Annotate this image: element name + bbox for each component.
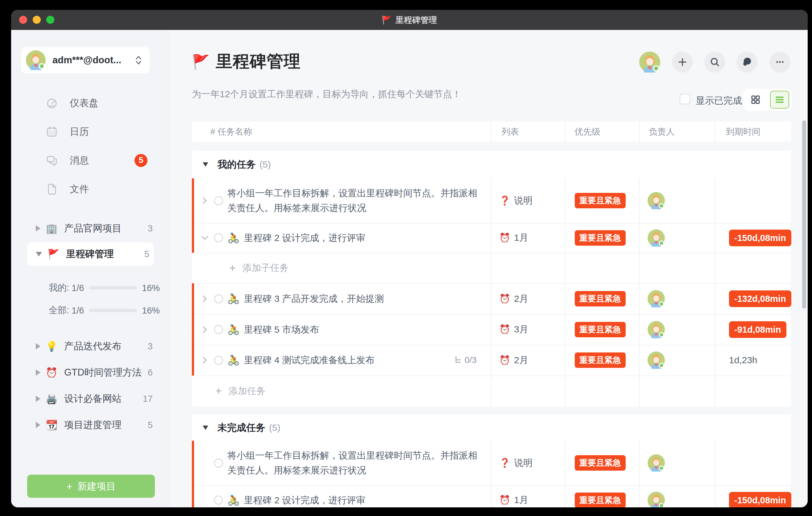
task-checkbox[interactable] bbox=[214, 233, 223, 242]
owner-avatar bbox=[647, 351, 665, 369]
add-subtask-row[interactable]: + 添加子任务 bbox=[192, 253, 791, 283]
task-row[interactable]: 🚴 里程碑 2 设计完成，进行评审 ⏰ 1月 重要且紧急 -150d,08min bbox=[192, 485, 791, 507]
task-row[interactable]: 🚴 里程碑 2 设计完成，进行评审 ⏰ 1月 重要且紧急 -150d,08min bbox=[192, 223, 791, 253]
sidebar-item-dashboard[interactable]: 仪表盘 bbox=[11, 89, 171, 117]
task-name: 里程碑 3 产品开发完成，开始提测 bbox=[244, 291, 384, 306]
task-checkbox[interactable] bbox=[214, 496, 223, 505]
list-name: 2月 bbox=[514, 292, 528, 305]
collapse-icon bbox=[203, 426, 208, 430]
calendar-icon bbox=[46, 125, 58, 138]
progress-bar bbox=[89, 309, 137, 312]
project-emoji-icon: 🏢 bbox=[46, 224, 58, 233]
task-row[interactable]: 🚴 里程碑 4 测试完成准备线上发布 0/3 bbox=[192, 345, 791, 376]
more-button[interactable] bbox=[770, 52, 790, 73]
project-label: 产品官网项目 bbox=[64, 222, 121, 235]
add-button[interactable] bbox=[672, 52, 693, 73]
new-project-label: 新建项目 bbox=[78, 480, 116, 493]
list-name: 1月 bbox=[514, 231, 528, 244]
group-name: 未完成任务 bbox=[218, 421, 265, 434]
task-checkbox[interactable] bbox=[214, 325, 223, 334]
task-checkbox[interactable] bbox=[214, 356, 223, 365]
collapse-icon bbox=[36, 252, 42, 256]
group-header[interactable]: 我的任务 (5) bbox=[192, 151, 791, 178]
task-name: 将小组一年工作目标拆解，设置出里程碑时间节点。并指派相关责任人。用标签来展示进行… bbox=[227, 448, 480, 478]
sidebar-project-milestone-selected[interactable]: 🚩 里程碑管理 5 bbox=[27, 242, 154, 266]
list-name: 3月 bbox=[514, 323, 528, 336]
search-button[interactable] bbox=[704, 52, 725, 73]
expand-icon bbox=[36, 396, 40, 402]
sidebar-project-iteration[interactable]: 💡 产品迭代发布 3 bbox=[11, 333, 171, 359]
sidebar-project-gtd[interactable]: ⏰ GTD时间管理方法 6 bbox=[11, 360, 171, 385]
list-name: 说明 bbox=[514, 194, 532, 207]
sidebar-item-files[interactable]: 文件 bbox=[11, 175, 171, 203]
collapse-icon bbox=[203, 162, 208, 167]
project-count: 5 bbox=[148, 420, 153, 430]
task-row[interactable]: 将小组一年工作目标拆解，设置出里程碑时间节点。并指派相关责任人。用标签来展示进行… bbox=[192, 178, 791, 223]
grid-view-button[interactable] bbox=[746, 91, 765, 109]
task-row[interactable]: 🚴 里程碑 3 产品开发完成，开始提测 ⏰ 2月 重要且紧急 -132d,08m… bbox=[192, 283, 791, 314]
task-row[interactable]: 将小组一年工作目标拆解，设置出里程碑时间节点。并指派相关责任人。用标签来展示进行… bbox=[192, 441, 791, 485]
task-checkbox[interactable] bbox=[214, 294, 223, 304]
due-badge: -132d,08min bbox=[729, 290, 791, 307]
expand-chevron-icon[interactable] bbox=[202, 325, 207, 334]
expand-chevron-icon[interactable] bbox=[202, 294, 207, 304]
new-project-button[interactable]: + 新建项目 bbox=[27, 475, 155, 498]
priority-badge: 重要且紧急 bbox=[575, 230, 626, 246]
scrollbar-thumb[interactable] bbox=[802, 120, 806, 309]
priority-strip bbox=[192, 345, 194, 376]
project-stat-mine: 我的: 1/6 16% bbox=[11, 281, 171, 295]
alarm-icon: ⏰ bbox=[499, 325, 510, 334]
priority-strip bbox=[192, 223, 194, 253]
sidebar-item-messages[interactable]: 消息 5 bbox=[11, 146, 171, 175]
project-emoji-icon: 🚩 bbox=[48, 249, 60, 259]
minimize-button[interactable] bbox=[33, 16, 41, 24]
show-completed-checkbox[interactable] bbox=[680, 94, 690, 104]
group-count: (5) bbox=[269, 423, 281, 433]
user-avatar bbox=[26, 50, 46, 70]
file-icon bbox=[46, 183, 58, 195]
sidebar-item-calendar[interactable]: 日历 bbox=[11, 117, 171, 146]
project-emoji-icon: 💡 bbox=[46, 342, 58, 351]
column-header-name: # 任务名称 bbox=[192, 122, 491, 142]
group-header[interactable]: 未完成任务 (5) bbox=[192, 414, 791, 441]
expand-icon bbox=[36, 343, 40, 349]
subtask-count: 0/3 bbox=[465, 355, 477, 365]
sidebar-project-website[interactable]: 🏢 产品官网项目 3 bbox=[11, 216, 171, 241]
app-window: 🚩 里程碑管理 adm***@doot... bbox=[11, 10, 808, 507]
task-table: # 任务名称 列表 优先级 负责人 到期时间 我的任务 (5) bbox=[192, 122, 791, 507]
task-name: 里程碑 4 测试完成准备线上发布 bbox=[244, 353, 375, 368]
zoom-button[interactable] bbox=[46, 16, 54, 24]
project-label: 里程碑管理 bbox=[66, 248, 114, 260]
expand-chevron-icon[interactable] bbox=[202, 355, 207, 365]
priority-badge: 重要且紧急 bbox=[575, 193, 626, 208]
sidebar-project-progress[interactable]: 📆 项目进度管理 5 bbox=[11, 412, 171, 438]
task-row[interactable]: 🚴 里程碑 5 市场发布 ⏰ 3月 重要且紧急 -91d,08min bbox=[192, 314, 791, 345]
grid-view-icon bbox=[750, 94, 761, 105]
sidebar-nav: 仪表盘 日历 bbox=[11, 89, 171, 203]
header-avatar[interactable] bbox=[639, 52, 660, 73]
task-name: 将小组一年工作目标拆解，设置出里程碑时间节点。并指派相关责任人。用标签来展示进行… bbox=[227, 186, 480, 216]
user-menu[interactable]: adm***@doot... bbox=[21, 47, 150, 74]
list-name: 说明 bbox=[514, 457, 532, 469]
stat-label: 全部: bbox=[49, 304, 69, 317]
task-checkbox[interactable] bbox=[214, 196, 223, 205]
expand-chevron-icon[interactable] bbox=[202, 196, 207, 205]
alarm-icon: ⏰ bbox=[499, 233, 510, 242]
due-badge: -91d,08min bbox=[729, 321, 786, 338]
user-menu-chevron-icon bbox=[135, 55, 142, 66]
add-task-row[interactable]: + 添加任务 bbox=[192, 376, 791, 406]
window-title-flag-icon: 🚩 bbox=[382, 16, 392, 24]
view-switcher bbox=[744, 89, 792, 111]
list-view-button[interactable] bbox=[770, 91, 789, 109]
subtask-counter: 0/3 bbox=[454, 355, 477, 365]
plus-icon: + bbox=[215, 385, 222, 397]
close-button[interactable] bbox=[19, 16, 27, 24]
task-checkbox[interactable] bbox=[214, 459, 223, 467]
chat-button[interactable] bbox=[736, 52, 757, 73]
alarm-icon: ⏰ bbox=[499, 356, 510, 365]
priority-badge: 重要且紧急 bbox=[575, 455, 626, 470]
sidebar-project-design-sites[interactable]: 🖨️ 设计必备网站 17 bbox=[11, 386, 171, 412]
collapse-chevron-icon[interactable] bbox=[200, 235, 209, 240]
project-count: 3 bbox=[148, 224, 153, 234]
project-emoji-icon: ⏰ bbox=[46, 368, 58, 377]
